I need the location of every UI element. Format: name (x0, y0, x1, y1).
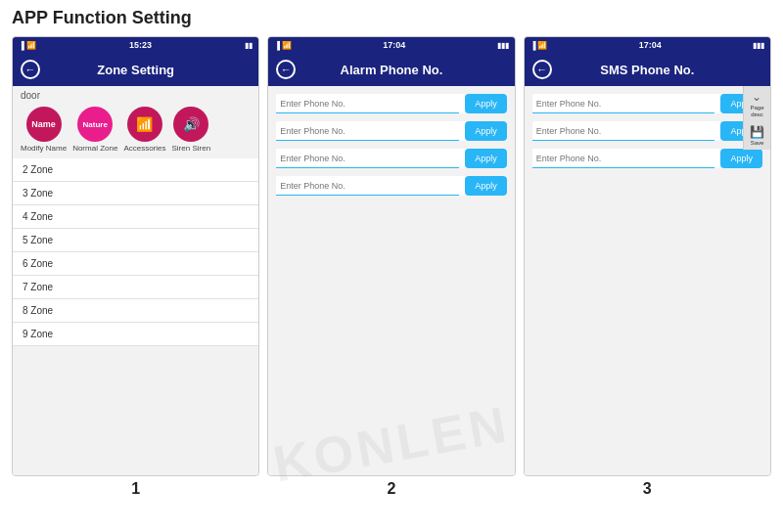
status-icons-left-1: ▐ 📶 (19, 41, 36, 50)
signal-icon-1: ▐ (19, 41, 24, 50)
status-bar-1: ▐ 📶 15:23 ▮▮ (13, 37, 258, 53)
page-desc-button[interactable]: ⌄ Page desc (746, 90, 768, 117)
header-title-2: Alarm Phone No. (296, 63, 486, 77)
phone-input-3-3[interactable] (532, 150, 715, 168)
header-title-3: SMS Phone No. (552, 63, 743, 77)
status-bar-3: ▐ 📶 17:04 ▮▮▮ (525, 37, 770, 53)
zone-icon-name-label: Modify Name (21, 144, 67, 153)
zone-icon-siren-label: Siren Siren (172, 144, 211, 153)
screen1-content: door Name Modify Name Nature Nor (13, 86, 258, 475)
battery-icon-1: ▮▮ (245, 41, 253, 50)
zone-item-3[interactable]: 3 Zone (13, 182, 258, 205)
phone-input-2-3[interactable] (276, 150, 459, 168)
screenshots-container: ▐ 📶 15:23 ▮▮ ← Zone Setting door (0, 32, 783, 511)
save-button[interactable]: 💾 Save (750, 125, 764, 146)
zone-icon-name-text: Name (31, 119, 56, 129)
zone-circle-name: Name (26, 107, 62, 142)
zone-icon-nature-label: Normal Zone (72, 144, 117, 153)
phone-input-row-2-1: Apply (276, 94, 506, 113)
zone-item-7[interactable]: 7 Zone (13, 276, 258, 299)
screen2-content: Apply Apply Apply Apply (268, 86, 514, 475)
battery-icon-3: ▮▮▮ (753, 41, 764, 50)
phone-input-section-2: Apply Apply Apply Apply (268, 86, 514, 203)
phone-input-3-1[interactable] (532, 95, 715, 113)
apply-button-2-4[interactable]: Apply (465, 176, 507, 196)
wifi-icon-1: 📶 (26, 41, 36, 50)
phone-input-row-3-1: Apply (532, 94, 762, 113)
header-bar-2: ← Alarm Phone No. (268, 53, 514, 86)
signal-icon-2: ▐ (274, 41, 280, 50)
wifi-icon-2: 📶 (282, 41, 292, 50)
status-icons-left-2: ▐ 📶 (274, 41, 292, 50)
back-button-1[interactable]: ← (21, 60, 40, 79)
phone-screen-3: ▐ 📶 17:04 ▮▮▮ ← SMS Phone No. Ap (524, 36, 771, 476)
phone-screen-1: ▐ 📶 15:23 ▮▮ ← Zone Setting door (12, 36, 259, 476)
screen2-number: 2 (267, 476, 515, 502)
zone-circle-accessories: 📶 (127, 107, 162, 142)
zone-circle-siren: 🔊 (173, 107, 208, 142)
phone-input-section-3: Apply Apply Apply (525, 86, 770, 176)
screen1-wrapper: ▐ 📶 15:23 ▮▮ ← Zone Setting door (12, 36, 259, 502)
back-button-3[interactable]: ← (532, 60, 552, 79)
apply-button-2-3[interactable]: Apply (465, 149, 507, 168)
phone-input-2-2[interactable] (276, 122, 459, 141)
time-2: 17:04 (383, 40, 405, 50)
zone-item-2[interactable]: 2 Zone (13, 158, 258, 182)
status-icons-right-3: ▮▮▮ (753, 41, 764, 50)
zone-icon-siren[interactable]: 🔊 Siren Siren (172, 107, 211, 153)
zone-icon-accessories[interactable]: 📶 Accessories (123, 107, 165, 153)
phone-input-row-3-3: Apply (532, 149, 762, 168)
zone-icon-name[interactable]: Name Modify Name (21, 107, 67, 153)
zone-icon-nature-text: Nature (83, 120, 108, 129)
apply-button-2-1[interactable]: Apply (465, 94, 507, 113)
zone-item-8[interactable]: 8 Zone (13, 299, 258, 323)
status-icons-right-1: ▮▮ (245, 41, 253, 50)
back-button-2[interactable]: ← (276, 60, 296, 79)
phone-input-row-2-4: Apply (276, 176, 506, 196)
phone-input-2-4[interactable] (276, 177, 459, 196)
header-bar-3: ← SMS Phone No. (525, 53, 770, 86)
header-title-1: Zone Setting (40, 63, 231, 77)
phone-input-3-2[interactable] (532, 122, 715, 141)
save-label: Save (751, 140, 764, 146)
time-1: 15:23 (129, 40, 152, 50)
page-title: APP Function Setting (0, 0, 783, 32)
zone-icon-accessories-label: Accessories (123, 144, 165, 153)
phone-input-row-3-2: Apply (532, 121, 762, 141)
apply-button-2-2[interactable]: Apply (465, 121, 507, 141)
zone-icons-row: Name Modify Name Nature Normal Zone (13, 103, 258, 158)
chevron-down-icon: ⌄ (752, 90, 761, 104)
zone-item-5[interactable]: 5 Zone (13, 229, 258, 252)
phone-screen-2: ▐ 📶 17:04 ▮▮▮ ← Alarm Phone No. (267, 36, 515, 476)
phone-input-row-2-3: Apply (276, 149, 506, 168)
zone-circle-nature: Nature (77, 107, 113, 142)
siren-icon: 🔊 (183, 116, 200, 132)
battery-icon-2: ▮▮▮ (497, 41, 509, 50)
screen3-wrapper: ▐ 📶 17:04 ▮▮▮ ← SMS Phone No. Ap (524, 36, 771, 502)
phone-input-row-2-2: Apply (276, 121, 506, 141)
side-panel-3: ⌄ Page desc 💾 Save (743, 86, 770, 150)
status-icons-right-2: ▮▮▮ (497, 41, 509, 50)
header-bar-1: ← Zone Setting (13, 53, 258, 86)
phone-input-2-1[interactable] (276, 95, 459, 113)
screen3-content: Apply Apply Apply (525, 86, 770, 475)
zone-item-4[interactable]: 4 Zone (13, 205, 258, 229)
apply-button-3-3[interactable]: Apply (720, 149, 762, 168)
save-icon: 💾 (750, 125, 764, 139)
zone-door-label: door (13, 86, 258, 103)
status-icons-left-3: ▐ 📶 (530, 41, 548, 50)
screen1-number: 1 (12, 476, 259, 502)
zone-item-9[interactable]: 9 Zone (13, 323, 258, 346)
signal-icon-3: ▐ (530, 41, 536, 50)
status-bar-2: ▐ 📶 17:04 ▮▮▮ (268, 37, 514, 53)
screen3-number: 3 (524, 476, 771, 502)
page-desc-label: Page desc (746, 105, 768, 117)
screen2-wrapper: ▐ 📶 17:04 ▮▮▮ ← Alarm Phone No. (267, 36, 515, 502)
zone-item-6[interactable]: 6 Zone (13, 252, 258, 276)
wifi-icon-3: 📶 (537, 41, 547, 50)
time-3: 17:04 (639, 40, 662, 50)
accessories-icon: 📶 (136, 116, 153, 132)
zone-icon-nature[interactable]: Nature Normal Zone (72, 107, 117, 153)
